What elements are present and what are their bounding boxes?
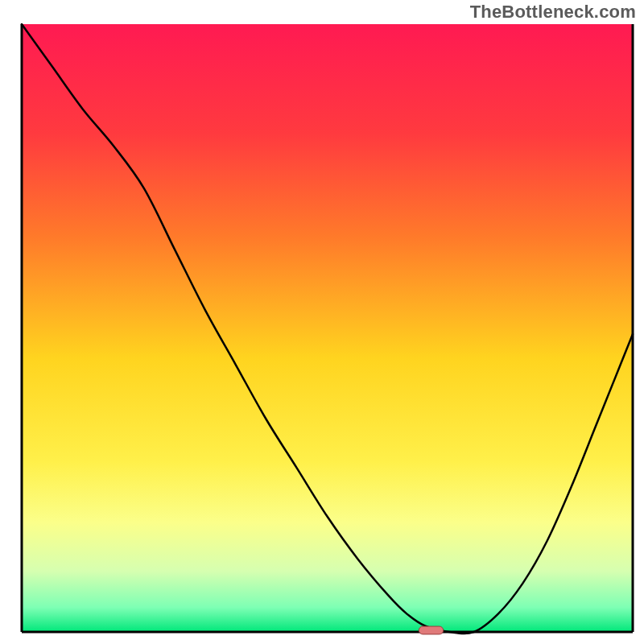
chart-container: TheBottleneck.com — [0, 0, 644, 644]
chart-svg — [0, 0, 644, 644]
chart-background — [22, 24, 633, 632]
optimal-marker — [419, 626, 443, 634]
